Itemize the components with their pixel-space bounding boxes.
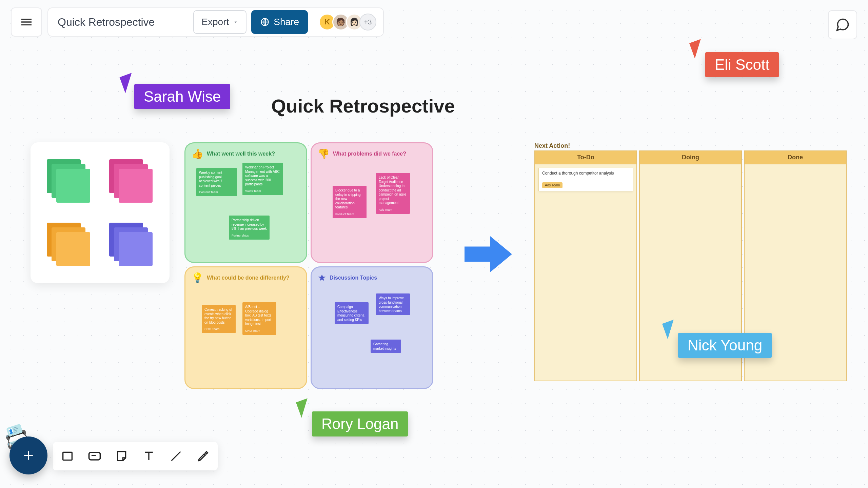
menu-button[interactable] [11,7,42,37]
card-tag: Ads Team [542,182,563,188]
quadrant-title: Discussion Topics [330,275,377,281]
retro-quadrants[interactable]: 👍 What went well this week? Weekly conte… [184,142,433,389]
sticky-stack-orange[interactable] [47,223,91,267]
bottom-toolbar [53,442,218,470]
cursor-label: Rory Logan [312,411,408,436]
tool-sticky[interactable] [113,448,130,465]
note-team: Partnerships [232,234,267,238]
rectangle-icon [61,449,74,463]
sticky-note[interactable]: Partnership driven revenue increased by … [229,216,270,240]
tool-text[interactable] [140,448,157,465]
lightbulb-icon: 💡 [192,272,203,283]
svg-line-4 [172,452,181,461]
sticky-note[interactable]: Correct tracking of events when click th… [202,305,236,333]
chevron-down-icon [233,19,238,25]
quadrant-problems[interactable]: 👎 What problems did we face? Blocker due… [311,142,433,263]
note-text: Lack of Clear Target Audience Understand… [379,176,407,205]
comments-button[interactable] [828,10,857,39]
cursor-arrow-icon [689,39,706,58]
line-icon [169,449,183,463]
star-icon: ★ [318,272,326,283]
quadrant-title: What went well this week? [207,151,275,157]
card-icon [87,449,102,464]
sticky-stack-pink[interactable] [109,159,153,203]
cursor-eli: Eli Scott [692,41,779,77]
export-label: Export [201,17,229,27]
sticky-stack-green[interactable] [47,159,91,203]
comment-icon [835,17,850,32]
export-button[interactable]: Export [193,10,246,34]
note-text: Weekly content publishing goal achieved … [199,171,234,188]
note-text: Campaign Effectiveness: measuring criter… [337,305,366,322]
sticky-note[interactable]: Weekly content publishing goal achieved … [196,168,237,196]
sticky-note[interactable]: Blocker due to a delay in shipping the n… [333,186,367,218]
share-label: Share [274,17,299,27]
kanban-title[interactable]: Next Action! [534,142,570,149]
tool-shape[interactable] [59,448,76,465]
top-bar: Quick Retrospective Export Share K 🧑🏽 👩🏻… [11,7,384,37]
title-bar: Quick Retrospective Export Share K 🧑🏽 👩🏻… [47,7,384,37]
plus-icon [21,448,36,463]
sticky-stack-purple[interactable] [109,223,153,267]
cursor-arrow-icon [662,320,679,339]
kanban-header: Doing [640,151,741,164]
note-team: CRO Team [245,329,274,333]
sticky-palette[interactable] [31,142,170,283]
cursor-label: Sarah Wise [134,84,230,109]
arrow-right-icon[interactable] [465,234,512,274]
note-team: Ads Team [379,208,407,212]
note-team: CRO Team [204,327,233,331]
add-button[interactable] [9,436,47,474]
text-icon [142,449,156,463]
avatar-more[interactable]: +3 [359,14,376,30]
sticky-note-icon [115,449,129,463]
canvas-heading[interactable]: Quick Retrospective [271,95,455,117]
sticky-note[interactable]: A/B test – Upgrade dialog box. AB test t… [242,302,276,335]
highlighter-icon [196,449,210,463]
quadrant-discussion[interactable]: ★ Discussion Topics Campaign Effectivene… [311,266,433,389]
collaborator-avatars[interactable]: K 🧑🏽 👩🏻 +3 [319,14,376,30]
note-text: Gathering market insights [373,342,398,351]
globe-icon [260,17,270,27]
cursor-rory: Rory Logan [298,400,408,436]
note-team: Content Team [199,190,234,194]
quadrant-differently[interactable]: 💡 What could be done differently? Correc… [184,266,307,389]
kanban-column-todo[interactable]: To-Do Conduct a thorough competitor anal… [534,150,637,381]
hamburger-icon [20,15,33,29]
document-title[interactable]: Quick Retrospective [58,16,189,28]
kanban-header: To-Do [535,151,636,164]
sticky-note[interactable]: Lack of Clear Target Audience Understand… [376,173,410,214]
note-text: Correct tracking of events when click th… [204,308,233,325]
note-team: Product Team [335,212,364,216]
note-text: Webinar on Project Management with ABC s… [245,165,280,187]
thumbs-down-icon: 👎 [318,148,330,159]
tool-card[interactable] [86,448,103,465]
cursor-label: Eli Scott [705,52,779,77]
cursor-nick: Nick Young [665,321,772,358]
cursor-sarah: Sarah Wise [122,75,230,109]
share-button[interactable]: Share [251,10,308,34]
sticky-note[interactable]: Gathering market insights [371,340,401,353]
note-text: A/B test – Upgrade dialog box. AB test t… [245,305,274,326]
cursor-label: Nick Young [678,333,772,358]
sticky-note[interactable]: Campaign Effectiveness: measuring criter… [335,302,369,324]
quadrant-well[interactable]: 👍 What went well this week? Weekly conte… [184,142,307,263]
kanban-card[interactable]: Conduct a thorough competitor analysis A… [538,168,633,191]
note-text: Blocker due to a delay in shipping the n… [335,188,364,210]
cursor-arrow-icon [296,398,313,418]
tool-highlighter[interactable] [195,448,212,465]
note-team: Sales Team [245,189,280,193]
note-text: Ways to improve cross-functional communi… [379,296,407,313]
card-text: Conduct a thorough competitor analysis [542,171,629,176]
tool-line[interactable] [167,448,184,465]
sticky-note[interactable]: Ways to improve cross-functional communi… [376,293,410,315]
quadrant-title: What problems did we face? [333,151,406,157]
kanban-header: Done [745,151,846,164]
quadrant-title: What could be done differently? [207,275,290,281]
note-text: Partnership driven revenue increased by … [232,218,267,231]
svg-rect-1 [63,452,72,460]
thumbs-up-icon: 👍 [192,148,203,159]
sticky-note[interactable]: Webinar on Project Management with ABC s… [242,163,283,195]
